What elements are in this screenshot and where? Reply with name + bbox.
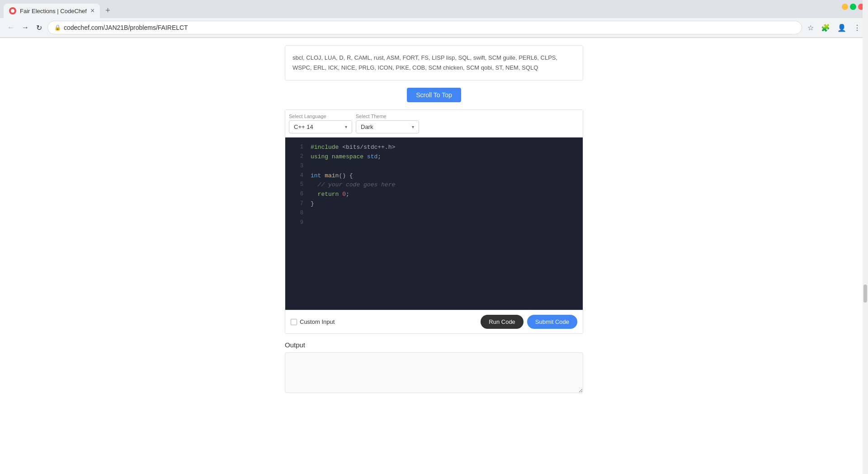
output-section: Output [285, 341, 583, 394]
code-line-6: 6 return 0; [285, 190, 583, 199]
toolbar-icons: ☆ 🧩 👤 ⋮ [806, 22, 863, 34]
tab-close-button[interactable]: × [90, 7, 94, 14]
custom-input-label: Custom Input [300, 318, 335, 325]
theme-select-dropdown[interactable]: Dark ▾ [356, 120, 419, 133]
languages-text: sbcl, CLOJ, LUA, D, R, CAML, rust, ASM, … [292, 54, 557, 71]
line-num-1: 1 [291, 143, 303, 152]
code-line-4: 4 int main() { [285, 171, 583, 181]
back-button[interactable]: ← [5, 22, 16, 33]
scroll-top-wrap: Scroll To Top [285, 88, 583, 102]
line-num-9: 9 [291, 218, 303, 227]
custom-input-checkbox[interactable] [291, 319, 297, 325]
submit-code-button[interactable]: Submit Code [527, 315, 577, 329]
line-num-7: 7 [291, 199, 303, 208]
url-text: codechef.com/JAN21B/problems/FAIRELCT [64, 24, 795, 31]
address-bar[interactable]: 🔒 codechef.com/JAN21B/problems/FAIRELCT [47, 21, 802, 34]
theme-select-group: Select Theme Dark ▾ [356, 114, 419, 133]
run-code-button[interactable]: Run Code [481, 315, 524, 329]
forward-button[interactable]: → [20, 22, 31, 33]
code-text-7: } [311, 199, 577, 209]
page-content: sbcl, CLOJ, LUA, D, R, CAML, rust, ASM, … [0, 38, 868, 402]
language-select-value: C++ 14 [294, 123, 313, 130]
code-text-2: using namespace std; [311, 152, 577, 162]
line-num-6: 6 [291, 190, 303, 199]
code-line-2: 2 using namespace std; [285, 152, 583, 162]
code-text-5: // your code goes here [311, 180, 577, 190]
line-num-5: 5 [291, 180, 303, 189]
code-line-9: 9 [285, 218, 583, 228]
code-line-3: 3 [285, 162, 583, 171]
new-tab-button[interactable]: + [102, 4, 114, 17]
output-box[interactable] [285, 352, 583, 393]
lock-icon: 🔒 [54, 24, 61, 31]
theme-select-value: Dark [361, 123, 373, 130]
language-select-label: Select Language [289, 114, 352, 119]
output-label: Output [285, 341, 583, 349]
scroll-to-top-button[interactable]: Scroll To Top [407, 88, 461, 102]
scrollbar-thumb[interactable] [863, 284, 867, 303]
code-text-3 [311, 162, 577, 171]
line-num-4: 4 [291, 171, 303, 180]
code-line-5: 5 // your code goes here [285, 180, 583, 190]
profile-button[interactable]: 👤 [835, 22, 848, 34]
editor-toolbar: Select Language C++ 14 ▾ Select Theme Da… [285, 110, 583, 137]
window-maximize[interactable] [850, 4, 856, 10]
theme-chevron-icon: ▾ [412, 124, 414, 129]
code-text-4: int main() { [311, 171, 577, 181]
editor-footer: Custom Input Run Code Submit Code [285, 310, 583, 333]
language-select-dropdown[interactable]: C++ 14 ▾ [289, 120, 352, 133]
browser-toolbar: ← → ↻ 🔒 codechef.com/JAN21B/problems/FAI… [0, 18, 868, 38]
code-line-1: 1 #include <bits/stdc++.h> [285, 143, 583, 152]
code-line-8: 8 [285, 209, 583, 218]
tab-favicon [9, 7, 16, 14]
more-options-button[interactable]: ⋮ [852, 22, 863, 34]
browser-tab[interactable]: Fair Elections | CodeChef × [4, 4, 100, 18]
custom-input-wrap: Custom Input [291, 318, 477, 325]
language-chevron-icon: ▾ [345, 124, 347, 129]
window-minimize[interactable] [842, 4, 848, 10]
line-num-3: 3 [291, 162, 303, 171]
code-editor[interactable]: 1 #include <bits/stdc++.h> 2 using names… [285, 137, 583, 310]
theme-select-label: Select Theme [356, 114, 419, 119]
languages-block: sbcl, CLOJ, LUA, D, R, CAML, rust, ASM, … [285, 45, 583, 81]
reload-button[interactable]: ↻ [34, 22, 44, 34]
line-num-2: 2 [291, 152, 303, 161]
editor-section: Select Language C++ 14 ▾ Select Theme Da… [285, 109, 583, 334]
language-select-group: Select Language C++ 14 ▾ [289, 114, 352, 133]
extension-puzzle-button[interactable]: 🧩 [819, 22, 832, 34]
scrollbar[interactable] [863, 0, 868, 402]
code-text-6: return 0; [311, 190, 577, 199]
editor-empty-space [285, 228, 583, 304]
line-num-8: 8 [291, 209, 303, 218]
code-text-8 [311, 209, 577, 218]
code-line-7: 7 } [285, 199, 583, 209]
tab-label: Fair Elections | CodeChef [20, 8, 87, 14]
code-text-9 [311, 218, 577, 228]
code-text-1: #include <bits/stdc++.h> [311, 143, 577, 152]
bookmark-star-button[interactable]: ☆ [806, 22, 816, 34]
